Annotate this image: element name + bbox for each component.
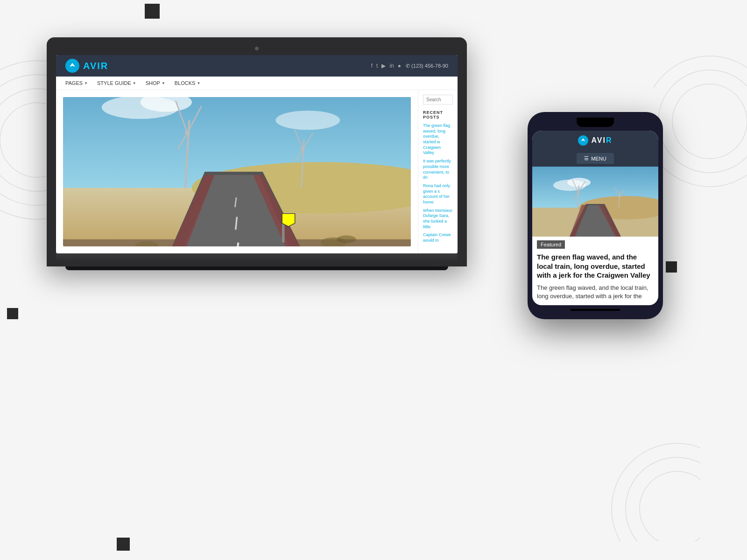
phone-menu-button[interactable]: ☰ MENU bbox=[577, 153, 613, 164]
decorative-square-top bbox=[145, 4, 160, 19]
nav-blocks[interactable]: BLOCKS▼ bbox=[175, 80, 201, 86]
laptop-mockup: AVIR f t ▶ in ● ✆ (123) 456-78-90 bbox=[47, 37, 467, 270]
laptop-sidebar: RECENT POSTS The green flag waved, long … bbox=[418, 90, 458, 253]
facebook-icon: f bbox=[371, 63, 373, 69]
phone-brand: AVIR bbox=[578, 135, 612, 146]
sidebar-post-4[interactable]: When Monsieur Dufarge Sara, she looked a… bbox=[423, 208, 453, 230]
svg-point-53 bbox=[577, 191, 580, 194]
laptop-hero-image bbox=[63, 97, 411, 246]
sidebar-post-1[interactable]: The green flag waved, long overdue, star… bbox=[423, 123, 453, 156]
svg-point-57 bbox=[618, 195, 620, 197]
decorative-circles-right bbox=[654, 28, 747, 215]
sidebar-post-5[interactable]: Captain Crewe would m bbox=[423, 232, 453, 243]
sidebar-post-3[interactable]: Rona had only given a s account of her h… bbox=[423, 183, 453, 205]
laptop-navbar: PAGES▼ STYLE GUIDE▼ SHOP▼ BLOCKS▼ bbox=[56, 77, 458, 90]
phone-header: AVIR bbox=[532, 131, 658, 150]
website-header: AVIR f t ▶ in ● ✆ (123) 456-78-90 bbox=[56, 55, 458, 77]
laptop-brand: AVIR bbox=[65, 59, 108, 73]
nav-style-guide[interactable]: STYLE GUIDE▼ bbox=[97, 80, 136, 86]
laptop-base bbox=[56, 253, 458, 262]
phone-brand-icon bbox=[578, 135, 588, 146]
laptop-content-area bbox=[56, 90, 418, 253]
phone-article-title: The green flag waved, and the local trai… bbox=[532, 251, 658, 284]
sidebar-post-2[interactable]: It was perfectly possible more convenien… bbox=[423, 159, 453, 181]
phone-menu-bar: ☰ MENU bbox=[532, 150, 658, 167]
svg-point-7 bbox=[640, 471, 700, 541]
svg-point-33 bbox=[301, 147, 304, 151]
laptop-brand-icon bbox=[65, 59, 79, 73]
laptop-foot bbox=[65, 266, 448, 270]
decorative-square-left bbox=[7, 308, 18, 319]
phone-notch bbox=[577, 118, 614, 127]
phone-article-excerpt: The green flag waved, and the local trai… bbox=[532, 284, 658, 305]
svg-point-37 bbox=[337, 236, 356, 244]
sidebar-search-input[interactable] bbox=[423, 95, 453, 105]
phone-body: AVIR ☰ MENU bbox=[528, 112, 663, 319]
svg-marker-10 bbox=[70, 63, 75, 67]
phone-screen: AVIR ☰ MENU bbox=[532, 131, 658, 305]
decorative-circles-bottom-right bbox=[584, 425, 700, 541]
svg-marker-39 bbox=[581, 139, 585, 141]
phone-brand-name: AVIR bbox=[591, 136, 612, 145]
nav-shop[interactable]: SHOP▼ bbox=[146, 80, 165, 86]
decorative-square-right bbox=[666, 261, 677, 273]
linkedin-icon: in bbox=[389, 63, 394, 69]
phone-hero-image bbox=[532, 167, 658, 237]
sidebar-recent-posts-title: RECENT POSTS bbox=[423, 110, 453, 119]
laptop-phone-number: ✆ (123) 456-78-90 bbox=[406, 63, 448, 69]
nav-pages[interactable]: PAGES▼ bbox=[65, 80, 88, 86]
youtube-icon: ▶ bbox=[381, 63, 386, 69]
laptop-screen: AVIR f t ▶ in ● ✆ (123) 456-78-90 bbox=[56, 55, 458, 253]
featured-badge: Featured bbox=[532, 237, 658, 251]
svg-point-4 bbox=[672, 84, 747, 159]
hamburger-icon: ☰ bbox=[584, 155, 589, 161]
svg-point-8 bbox=[626, 457, 700, 541]
phone-home-bar bbox=[570, 309, 620, 311]
laptop-header-right: f t ▶ in ● ✆ (123) 456-78-90 bbox=[371, 63, 448, 69]
laptop-main-content: RECENT POSTS The green flag waved, long … bbox=[56, 90, 458, 253]
svg-marker-35 bbox=[282, 214, 295, 227]
decorative-square-bottom bbox=[117, 538, 130, 551]
svg-point-14 bbox=[275, 111, 340, 130]
laptop-social-icons: f t ▶ in ● bbox=[371, 63, 401, 69]
laptop-brand-name: AVIR bbox=[83, 61, 108, 71]
instagram-icon: ● bbox=[398, 63, 401, 69]
laptop-camera bbox=[255, 47, 259, 50]
svg-point-28 bbox=[185, 131, 190, 136]
svg-point-38 bbox=[135, 241, 159, 246]
twitter-icon: t bbox=[376, 63, 378, 69]
svg-point-5 bbox=[658, 70, 747, 173]
phone-mockup: AVIR ☰ MENU bbox=[528, 112, 663, 319]
